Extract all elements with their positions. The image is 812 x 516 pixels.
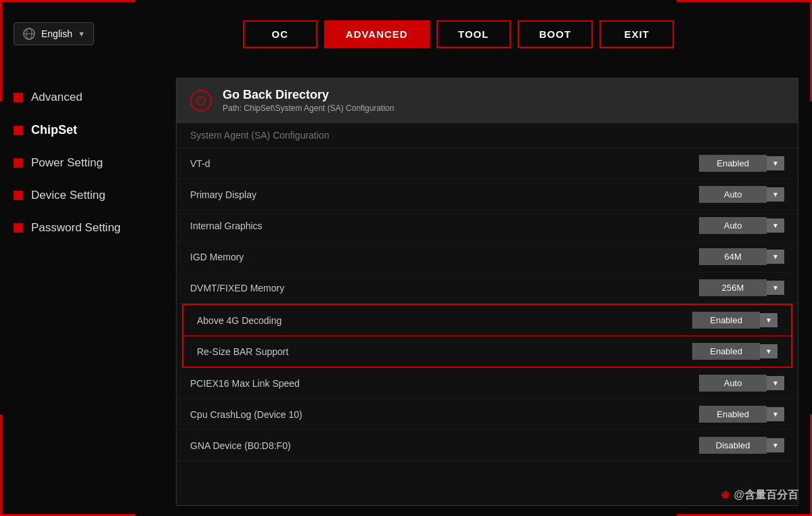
setting-row-pciex16: PCIEX16 Max Link SpeedAuto▼: [177, 368, 798, 399]
go-back-path: Path: ChipSet\System Agent (SA) Configur…: [223, 103, 394, 113]
dropdown-arrow-dvmt_memory[interactable]: ▼: [767, 281, 784, 295]
setting-label-pciex16: PCIEX16 Max Link Speed: [190, 378, 699, 389]
setting-label-dvmt_memory: DVMT/FIXED Memory: [190, 283, 699, 294]
sidebar-item-device[interactable]: Device Setting: [14, 186, 156, 205]
sidebar: AdvancedChipSetPower SettingDevice Setti…: [0, 68, 169, 516]
setting-row-resize_bar: Re-Size BAR SupportEnabled▼: [183, 336, 791, 367]
value-display-primary_display: Auto: [699, 186, 767, 203]
main-layout: AdvancedChipSetPower SettingDevice Setti…: [0, 68, 812, 516]
sidebar-indicator-power: [14, 158, 23, 168]
sidebar-indicator-advanced: [14, 93, 23, 102]
sidebar-label-device: Device Setting: [31, 189, 106, 202]
go-back-title: Go Back Directory: [223, 88, 394, 102]
go-back-icon: !: [190, 90, 212, 112]
sidebar-item-power[interactable]: Power Setting: [14, 154, 156, 172]
language-arrow: ▼: [78, 30, 85, 38]
dropdown-arrow-cpu_crashlog[interactable]: ▼: [767, 407, 784, 421]
dropdown-arrow-pciex16[interactable]: ▼: [767, 376, 784, 390]
globe-icon: [22, 27, 36, 41]
top-bar: English ▼ OCADVANCEDTOOLBootEXIT: [0, 0, 812, 68]
dropdown-arrow-internal_graphics[interactable]: ▼: [767, 218, 784, 233]
section-header: System Agent (SA) Configuration: [177, 123, 798, 148]
setting-row-vtd: VT-dEnabled▼: [177, 148, 798, 179]
setting-value-igd_memory[interactable]: 64M▼: [699, 248, 784, 265]
setting-row-primary_display: Primary DisplayAuto▼: [177, 179, 798, 210]
sidebar-label-advanced: Advanced: [31, 91, 83, 104]
sidebar-label-power: Power Setting: [31, 156, 103, 170]
watermark-icon: ❋: [721, 489, 729, 502]
sidebar-label-chipset: ChipSet: [31, 123, 77, 137]
setting-row-internal_graphics: Internal GraphicsAuto▼: [177, 210, 798, 241]
setting-value-gna_device[interactable]: Disabled▼: [699, 437, 784, 454]
setting-label-internal_graphics: Internal Graphics: [190, 220, 699, 231]
settings-container: VT-dEnabled▼Primary DisplayAuto▼Internal…: [177, 148, 798, 461]
watermark-text: @含量百分百: [734, 488, 798, 502]
nav-tab-tool[interactable]: TOOL: [436, 20, 511, 48]
value-display-gna_device: Disabled: [699, 437, 767, 454]
setting-label-above_4g: Above 4G Decoding: [197, 315, 692, 326]
go-back-text: Go Back Directory Path: ChipSet\System A…: [223, 88, 394, 113]
dropdown-arrow-vtd[interactable]: ▼: [767, 156, 784, 170]
language-selector[interactable]: English ▼: [14, 22, 94, 45]
setting-row-cpu_crashlog: Cpu CrashLog (Device 10)Enabled▼: [177, 399, 798, 430]
value-display-dvmt_memory: 256M: [699, 279, 767, 296]
sidebar-item-advanced[interactable]: Advanced: [14, 88, 156, 107]
setting-value-vtd[interactable]: Enabled▼: [699, 155, 784, 172]
dropdown-arrow-gna_device[interactable]: ▼: [767, 438, 784, 452]
go-back-row[interactable]: ! Go Back Directory Path: ChipSet\System…: [177, 78, 798, 123]
setting-value-internal_graphics[interactable]: Auto▼: [699, 217, 784, 234]
setting-value-cpu_crashlog[interactable]: Enabled▼: [699, 406, 784, 423]
svg-point-3: [197, 97, 205, 105]
highlight-group: Above 4G DecodingEnabled▼Re-Size BAR Sup…: [182, 304, 792, 368]
setting-value-dvmt_memory[interactable]: 256M▼: [699, 279, 784, 296]
value-display-internal_graphics: Auto: [699, 217, 767, 234]
nav-tab-oc[interactable]: OC: [243, 20, 317, 48]
panel-wrapper: ! Go Back Directory Path: ChipSet\System…: [176, 78, 798, 506]
sidebar-indicator-chipset: [14, 126, 23, 135]
dropdown-arrow-primary_display[interactable]: ▼: [767, 187, 784, 202]
dropdown-arrow-above_4g[interactable]: ▼: [760, 313, 777, 327]
setting-value-resize_bar[interactable]: Enabled▼: [692, 343, 777, 360]
sidebar-item-chipset[interactable]: ChipSet: [14, 120, 156, 140]
setting-row-gna_device: GNA Device (B0:D8:F0)Disabled▼: [177, 430, 798, 461]
svg-text:!: !: [199, 97, 201, 105]
setting-row-above_4g: Above 4G DecodingEnabled▼: [183, 305, 791, 336]
setting-row-igd_memory: IGD Memory64M▼: [177, 241, 798, 273]
setting-label-igd_memory: IGD Memory: [190, 252, 699, 262]
value-display-vtd: Enabled: [699, 155, 767, 172]
setting-value-above_4g[interactable]: Enabled▼: [692, 312, 777, 329]
dropdown-arrow-resize_bar[interactable]: ▼: [760, 344, 777, 358]
value-display-resize_bar: Enabled: [692, 343, 760, 360]
watermark: ❋ @含量百分百: [721, 488, 798, 502]
setting-label-primary_display: Primary Display: [190, 189, 699, 200]
setting-label-gna_device: GNA Device (B0:D8:F0): [190, 440, 699, 451]
back-arrow-icon: !: [196, 96, 206, 105]
sidebar-indicator-password: [14, 223, 23, 233]
nav-tabs: OCADVANCEDTOOLBootEXIT: [243, 20, 674, 48]
setting-label-cpu_crashlog: Cpu CrashLog (Device 10): [190, 409, 699, 420]
value-display-cpu_crashlog: Enabled: [699, 406, 767, 423]
setting-value-primary_display[interactable]: Auto▼: [699, 186, 784, 203]
content-panel: ! Go Back Directory Path: ChipSet\System…: [176, 78, 798, 506]
nav-tab-boot[interactable]: Boot: [518, 20, 593, 48]
value-display-igd_memory: 64M: [699, 248, 767, 265]
setting-row-dvmt_memory: DVMT/FIXED Memory256M▼: [177, 273, 798, 304]
nav-tab-advanced[interactable]: ADVANCED: [324, 20, 430, 48]
setting-label-resize_bar: Re-Size BAR Support: [197, 346, 692, 357]
setting-value-pciex16[interactable]: Auto▼: [699, 375, 784, 392]
value-display-pciex16: Auto: [699, 375, 767, 392]
sidebar-indicator-device: [14, 191, 23, 200]
sidebar-item-password[interactable]: Password Setting: [14, 218, 156, 237]
nav-tab-exit[interactable]: EXIT: [600, 20, 674, 48]
sidebar-label-password: Password Setting: [31, 221, 120, 235]
language-label: English: [41, 28, 72, 39]
value-display-above_4g: Enabled: [692, 312, 760, 329]
dropdown-arrow-igd_memory[interactable]: ▼: [767, 250, 784, 264]
setting-label-vtd: VT-d: [190, 158, 699, 169]
